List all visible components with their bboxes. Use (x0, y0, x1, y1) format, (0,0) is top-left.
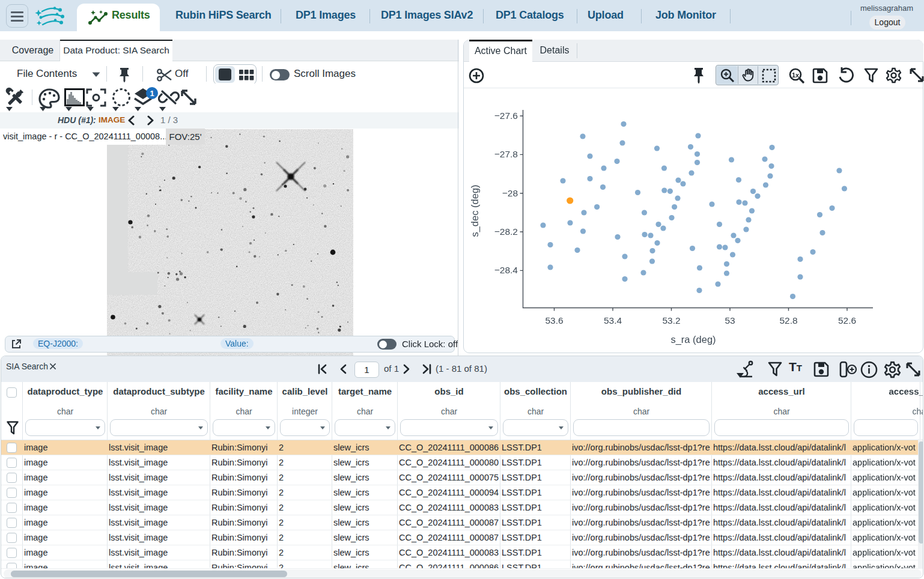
svg-text:−28: −28 (502, 188, 518, 198)
svg-text:53: 53 (725, 315, 735, 326)
svg-text:53.6: 53.6 (545, 315, 563, 326)
svg-text:s_ra (deg): s_ra (deg) (670, 334, 716, 345)
svg-text:53.4: 53.4 (604, 315, 622, 326)
svg-text:1x: 1x (792, 71, 800, 79)
svg-text:−27.8: −27.8 (494, 149, 518, 159)
svg-text:52.6: 52.6 (838, 315, 856, 326)
svg-text:1: 1 (150, 89, 154, 98)
svg-text:−27.6: −27.6 (494, 111, 518, 121)
svg-text:−28.4: −28.4 (494, 265, 518, 275)
svg-text:s_dec (deg): s_dec (deg) (469, 184, 481, 237)
svg-text:52.8: 52.8 (779, 315, 797, 326)
svg-text:53.2: 53.2 (662, 315, 680, 326)
svg-text:−28.2: −28.2 (494, 226, 518, 237)
